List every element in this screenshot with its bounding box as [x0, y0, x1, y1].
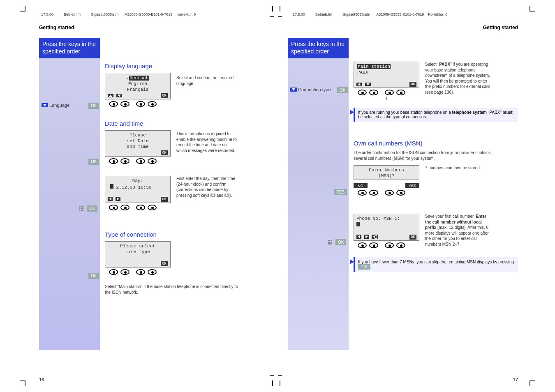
cursor-icon	[110, 184, 113, 189]
soft-no[interactable]: NO	[354, 183, 368, 188]
soft-ok[interactable]: OK	[161, 261, 168, 266]
instruction-banner: Press the keys in thespecified order	[39, 38, 100, 58]
ok-badge[interactable]: OK	[88, 159, 99, 165]
plus-icon: +	[354, 95, 419, 102]
lcd-date: Please set Date and Time OK	[105, 130, 171, 164]
section-msn: Own call numbers (MSN)	[354, 140, 518, 147]
footnote-main-station: Select "Main station" if the base statio…	[105, 284, 245, 295]
down-arrow-badge[interactable]	[42, 103, 48, 107]
meta-date-r: 17.5.00	[293, 12, 305, 16]
soft-up-icon[interactable]	[356, 83, 362, 86]
down-arrow-badge[interactable]	[290, 88, 297, 92]
meta-korr: Korrektur: 0	[176, 12, 196, 16]
soft-left-icon[interactable]	[356, 235, 361, 239]
note-arrow-icon	[350, 110, 354, 115]
soft-right-icon[interactable]	[116, 197, 120, 201]
soft-ok[interactable]: OK	[161, 93, 168, 98]
ok-badge[interactable]: OK	[337, 87, 348, 93]
soft-down-icon[interactable]	[116, 94, 122, 97]
desc-date: This information is required to enable t…	[176, 131, 238, 153]
lcd-main-station: Main station PABX OK +	[354, 62, 419, 102]
soft-ok[interactable]: OK	[161, 150, 168, 155]
soft-ok[interactable]: OK	[161, 197, 168, 202]
note-fewer-msn: If you have fewer than 7 MSNs, you can s…	[354, 257, 518, 272]
soft-ok[interactable]: OK	[409, 235, 416, 240]
soft-right-icon[interactable]	[364, 235, 369, 239]
ok-badge[interactable]: OK	[88, 103, 99, 109]
meta-file: Betrieb.fm	[64, 12, 81, 16]
soft-ok[interactable]: OK	[409, 82, 416, 87]
page-title: Getting started	[39, 25, 269, 30]
meta-model-r: Gigaset3035isdn	[342, 12, 370, 16]
lcd-phone-msn1: Phone No. MSN 1: OK	[354, 214, 419, 248]
section-display-language: Display language	[105, 62, 269, 69]
soft-yes[interactable]: YES	[405, 183, 419, 188]
hardware-buttons[interactable]	[109, 101, 171, 107]
soft-left-icon[interactable]	[108, 197, 113, 201]
lcd-enter-msn: Enter Numbers (MSN)? NO YES	[354, 165, 419, 196]
page-title: Getting started	[288, 25, 518, 30]
ok-badge[interactable]: OK	[335, 239, 346, 245]
soft-left-icon	[210, 194, 215, 197]
lcd-connection: Please select line type OK	[105, 241, 269, 275]
keypad-icon[interactable]	[79, 206, 84, 212]
note-pabx: If you are running your base station tel…	[354, 108, 518, 122]
soft-back-icon[interactable]	[372, 235, 378, 239]
desc-pabx: Select "PABX" if you are operating your …	[425, 62, 491, 95]
hardware-buttons[interactable]	[358, 242, 419, 248]
meta-date: 17.5.00	[41, 12, 53, 16]
step-connection-label: Connection type	[298, 87, 331, 92]
lcd-language: ✓Deutsch English Français OK	[105, 73, 171, 107]
hardware-buttons[interactable]	[358, 90, 419, 95]
ok-badge[interactable]: OK	[87, 205, 97, 212]
desc-phone-msn1: Save your first call number. Enter the c…	[425, 214, 491, 247]
desc-language: Select and confirm the required language…	[176, 75, 238, 86]
yes-badge[interactable]: YES	[334, 189, 347, 195]
keypad-icon[interactable]	[327, 240, 333, 245]
soft-right-icon	[224, 194, 229, 197]
meta-model: Gigaset3035isdn	[91, 12, 119, 16]
instruction-banner: Press the keys in thespecified order	[288, 38, 349, 58]
soft-up-icon[interactable]	[108, 94, 113, 97]
cursor-icon	[356, 222, 360, 226]
meta-code: A31008-G3035-B101-6-7619	[125, 12, 172, 16]
hardware-buttons[interactable]	[109, 158, 171, 164]
ok-inline-badge: OK	[358, 264, 370, 270]
meta-code-r: A31008-G3035-B101-6-7619	[376, 12, 424, 16]
page-number: 17	[513, 377, 518, 382]
lcd-day: Day: 2.12.00 16:30 OK	[105, 176, 171, 210]
desc-msn-intro: The order confirmation for the ISDN conn…	[354, 150, 502, 161]
ok-badge[interactable]: OK	[88, 273, 99, 279]
soft-down-icon[interactable]	[365, 83, 371, 86]
step-language-label: Language	[49, 103, 69, 108]
hardware-buttons[interactable]	[109, 205, 171, 210]
desc-enter-msn: 7 numbers can then be stored.	[425, 165, 487, 171]
page-number: 16	[39, 377, 44, 382]
note-arrow-icon	[350, 259, 354, 264]
meta-file-r: Betrieb.fm	[315, 12, 332, 16]
hardware-buttons[interactable]	[358, 190, 419, 196]
section-connection-type: Type of connection	[105, 231, 269, 238]
hardware-buttons[interactable]	[109, 269, 269, 275]
section-date-time: Date and time	[105, 120, 269, 127]
meta-korr-r: Korrektur: 0	[428, 12, 447, 16]
desc-day: First enter the day, then the time (24-h…	[176, 176, 240, 198]
